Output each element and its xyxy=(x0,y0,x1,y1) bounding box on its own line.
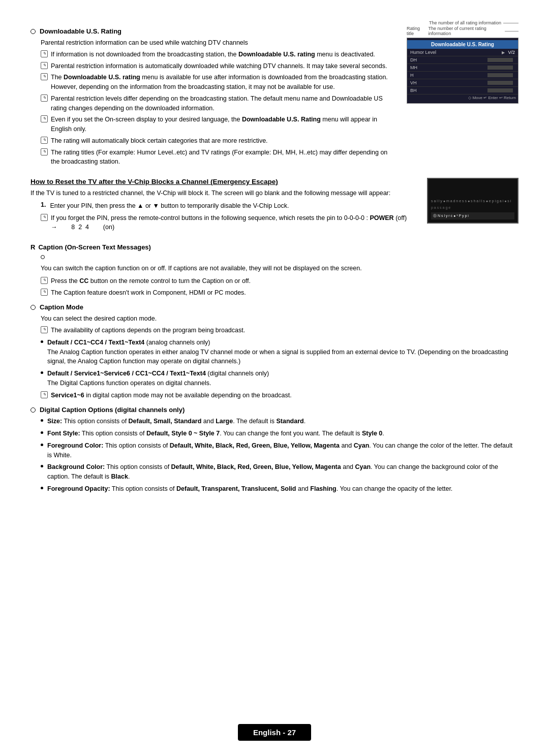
digital-caption-fg-opacity-text: Foreground Opacity: This option consists… xyxy=(47,484,452,494)
downloadable-title: Downloadable U.S. Rating xyxy=(40,27,121,35)
caption-note-icon-1: ✎ xyxy=(41,277,48,284)
current-rating-text: The number of current rating information xyxy=(429,26,503,36)
r-label: R xyxy=(30,243,35,251)
note-text-2: Parental restriction information is auto… xyxy=(51,61,387,71)
note-row-6: ✎ The rating will automatically block ce… xyxy=(41,136,396,146)
mh-label: MH xyxy=(410,65,487,70)
digital-caption-fg-color-text: Foreground Color: This option consists o… xyxy=(47,441,518,460)
rating-humor-row: Humor Level ▶ V/2 xyxy=(407,49,518,56)
digital-caption-bg-color-text: Background Color: This option consists o… xyxy=(47,462,518,482)
caption-mode-item-1: Default / CC1~CC4 / Text1~Text4 (analog … xyxy=(41,338,518,366)
caption-title: Caption (On-Screen Text Messages) xyxy=(38,243,151,251)
h-label: H xyxy=(410,73,487,78)
bh-label: BH xyxy=(410,88,487,93)
current-rating-label: Rating title The number of current ratin… xyxy=(407,26,518,36)
caption-section-heading: R Caption (On-Screen Text Messages) xyxy=(30,243,518,251)
vh-label: VH xyxy=(410,80,487,85)
caption-mode-note-text: The availability of captions depends on … xyxy=(51,326,245,335)
note-row-2: ✎ Parental restriction information is au… xyxy=(41,61,396,71)
bullet-dot-1 xyxy=(41,340,43,343)
note-icon-7: ✎ xyxy=(41,148,48,155)
digital-caption-fg-opacity: Foreground Opacity: This option consists… xyxy=(41,484,518,494)
caption-mode-note-2: ✎ Service1~6 in digital caption mode may… xyxy=(41,391,518,400)
vh-bar xyxy=(487,81,513,85)
dh-label: DH xyxy=(410,57,487,62)
caption-note-text-1: Press the CC button on the remote contro… xyxy=(51,276,251,286)
note-row-7: ✎ The rating titles (For example: Humor … xyxy=(41,148,396,167)
tv-bottom-bar: ⓪ N s l y r c ● ¹ P y p i xyxy=(431,212,514,219)
h-bar xyxy=(487,73,513,77)
arrow-line-2 xyxy=(505,31,518,32)
digital-caption-fg-color: Foreground Color: This option consists o… xyxy=(41,441,518,460)
note-icon-4: ✎ xyxy=(41,94,48,102)
circle-bullet-mode-icon xyxy=(30,305,36,310)
emergency-desc: If the TV is tuned to a restricted chann… xyxy=(30,188,417,198)
tv-screen-text: s a l l y ● m a d n e s s ● s h a l l s … xyxy=(431,199,514,210)
caption-intro: You can switch the caption function on o… xyxy=(41,264,518,273)
digital-caption-font: Font Style: This option consists of Defa… xyxy=(41,429,518,438)
downloadable-left: Downloadable U.S. Rating Parental restri… xyxy=(30,20,396,169)
downloadable-desc: Parental restriction information can be … xyxy=(41,38,396,48)
dh-bar xyxy=(487,58,513,62)
note-text-4: Parental restriction levels differ depen… xyxy=(51,94,396,113)
mh-bar xyxy=(487,66,513,70)
page-content: Downloadable U.S. Rating Parental restri… xyxy=(30,20,518,494)
note-icon-2: ✎ xyxy=(41,62,48,69)
rating-row-bh: BH xyxy=(407,87,518,94)
digital-caption-bg-color: Background Color: This option consists o… xyxy=(41,462,518,482)
rating-row-mh: MH xyxy=(407,64,518,72)
bullet-dot-size xyxy=(41,419,43,422)
humor-val: V/2 xyxy=(505,50,515,55)
caption-mode-note-text-2: Service1~6 in digital caption mode may n… xyxy=(51,391,292,400)
note-icon-3: ✎ xyxy=(41,73,48,80)
bullet-dot-2 xyxy=(41,371,43,374)
page-footer: English - 27 xyxy=(0,724,549,741)
rating-row-vh: VH xyxy=(407,79,518,87)
all-rating-text: The number of all rating information xyxy=(429,20,501,25)
rating-box-header: Downloadable U.S. Rating xyxy=(407,40,518,49)
rating-nav: ◇ Move ↵ Enter ↩ Return xyxy=(407,94,518,101)
emergency-section: How to Reset the TV after the V-Chip Blo… xyxy=(30,178,518,234)
note-row-3: ✎ The Downloadable U.S. rating menu is a… xyxy=(41,73,396,92)
caption-mode-item-2: Default / Service1~Service6 / CC1~CC4 / … xyxy=(41,369,518,388)
step-number-1: 1. xyxy=(41,201,46,208)
note-icon-6: ✎ xyxy=(41,137,48,144)
emergency-note-text: If you forget the PIN, press the remote-… xyxy=(51,213,417,233)
step-text-1: Enter your PIN, then press the ▲ or ▼ bu… xyxy=(50,201,289,211)
rating-row-dh: DH xyxy=(407,56,518,64)
digital-caption-heading: Digital Caption Options (digital channel… xyxy=(30,406,518,414)
note-icon-5: ✎ xyxy=(41,115,48,122)
bullet-dot-bg-color xyxy=(41,465,43,467)
emergency-heading: How to Reset the TV after the V-Chip Blo… xyxy=(30,178,417,185)
note-text-7: The rating titles (For example: Humor Le… xyxy=(51,148,396,167)
note-icon-1: ✎ xyxy=(41,50,48,57)
caption-mode-title: Caption Mode xyxy=(40,303,83,311)
circle-bullet-digital-icon xyxy=(30,407,36,413)
emergency-left: How to Reset the TV after the V-Chip Blo… xyxy=(30,178,417,234)
downloadable-heading: Downloadable U.S. Rating xyxy=(30,27,396,35)
humor-label: Humor Level xyxy=(410,50,502,55)
rating-labels: The number of all rating information Rat… xyxy=(407,20,518,37)
caption-mode-note-icon-2: ✎ xyxy=(41,391,48,398)
caption-mode-note: ✎ The availability of captions depends o… xyxy=(41,326,518,335)
note-row-4: ✎ Parental restriction levels differ dep… xyxy=(41,94,396,113)
caption-note-1: ✎ Press the CC button on the remote cont… xyxy=(41,276,518,286)
note-text-3: The Downloadable U.S. rating menu is ava… xyxy=(51,73,396,92)
emergency-note-icon: ✎ xyxy=(41,214,48,221)
emergency-note: ✎ If you forget the PIN, press the remot… xyxy=(41,213,417,233)
caption-mode-item-2-text: Default / Service1~Service6 / CC1~CC4 / … xyxy=(47,369,269,388)
rating-row-h: H xyxy=(407,72,518,79)
tv-screen-mockup: s a l l y ● m a d n e s s ● s h a l l s … xyxy=(427,178,518,224)
downloadable-section: Downloadable U.S. Rating Parental restri… xyxy=(30,20,518,169)
note-row-1: ✎ If information is not downloaded from … xyxy=(41,50,396,59)
small-circle-icon xyxy=(41,255,45,259)
emergency-step-1: 1. Enter your PIN, then press the ▲ or ▼… xyxy=(41,201,417,211)
digital-caption-font-text: Font Style: This option consists of Defa… xyxy=(47,429,384,438)
caption-note-text-2: The Caption feature doesn't work in Comp… xyxy=(51,288,246,298)
bh-bar xyxy=(487,88,513,92)
emergency-right: s a l l y ● m a d n e s s ● s h a l l s … xyxy=(427,178,518,234)
bullet-dot-font xyxy=(41,431,43,434)
digital-caption-title: Digital Caption Options (digital channel… xyxy=(40,406,185,414)
all-rating-label: The number of all rating information xyxy=(429,20,518,25)
note-text-1: If information is not downloaded from th… xyxy=(51,50,375,59)
